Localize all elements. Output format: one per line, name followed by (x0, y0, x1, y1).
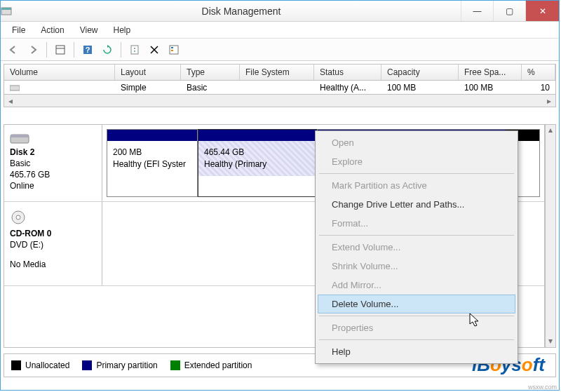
minimize-button[interactable]: — (461, 1, 493, 21)
ctx-format: Format... (318, 214, 515, 233)
svg-point-7 (134, 48, 135, 49)
scroll-down-icon[interactable]: ▾ (546, 336, 555, 347)
footer-credit: wsxw.com (528, 384, 557, 391)
menu-view[interactable]: View (73, 23, 105, 37)
col-freespace[interactable]: Free Spa... (459, 65, 522, 80)
menu-file[interactable]: File (5, 23, 32, 37)
ctx-explore: Explore (318, 152, 515, 171)
properties-icon[interactable] (165, 41, 182, 58)
legend-primary: Primary partition (82, 360, 157, 371)
help-button[interactable]: ? (79, 41, 96, 58)
show-hide-button[interactable] (52, 41, 69, 58)
col-layout[interactable]: Layout (115, 65, 181, 80)
cdrom-label[interactable]: CD-ROM 0 DVD (E:) No Media (4, 202, 102, 285)
ctx-add-mirror: Add Mirror... (318, 276, 515, 295)
svg-rect-2 (56, 46, 65, 54)
disk-icon (10, 132, 96, 144)
maximize-button[interactable]: ▢ (493, 1, 525, 21)
volume-list-header: Volume Layout Type File System Status Ca… (4, 64, 556, 81)
ctx-open: Open (318, 133, 515, 152)
col-status[interactable]: Status (314, 65, 381, 80)
svg-rect-1 (1, 8, 11, 10)
col-capacity[interactable]: Capacity (381, 65, 459, 80)
volume-list-row[interactable]: Simple Basic Healthy (A... 100 MB 100 MB… (4, 81, 556, 95)
svg-rect-14 (10, 86, 20, 90)
menu-bar: File Action View Help (1, 22, 559, 39)
context-menu: Open Explore Mark Partition as Active Ch… (315, 130, 518, 364)
svg-rect-13 (171, 50, 173, 51)
title-bar: Disk Management — ▢ ✕ (1, 1, 559, 22)
ctx-mark-active: Mark Partition as Active (318, 176, 515, 195)
menu-help[interactable]: Help (107, 23, 138, 37)
horizontal-scrollbar[interactable]: ◂ ▸ (4, 95, 556, 107)
svg-rect-11 (170, 46, 178, 54)
col-type[interactable]: Type (181, 65, 240, 80)
legend-unallocated: Unallocated (11, 360, 69, 371)
disk-2-label[interactable]: Disk 2 Basic 465.76 GB Online (4, 125, 102, 201)
forward-button[interactable] (25, 41, 41, 58)
svg-point-8 (134, 50, 135, 52)
ctx-properties: Properties (318, 318, 515, 337)
ctx-change-drive-letter[interactable]: Change Drive Letter and Paths... (318, 195, 515, 214)
ctx-delete-volume[interactable]: Delete Volume... (318, 295, 515, 313)
delete-icon[interactable] (146, 41, 163, 58)
col-percent[interactable]: % (522, 65, 555, 80)
col-volume[interactable]: Volume (4, 65, 115, 80)
refresh-button[interactable] (99, 41, 116, 58)
vertical-scrollbar[interactable]: ▴ ▾ (545, 124, 556, 348)
back-button[interactable] (5, 41, 22, 58)
svg-text:?: ? (86, 46, 90, 54)
svg-rect-16 (11, 135, 29, 137)
scroll-right-icon[interactable]: ▸ (543, 96, 555, 106)
svg-rect-6 (131, 46, 138, 54)
svg-rect-12 (171, 47, 173, 48)
scroll-up-icon[interactable]: ▴ (546, 125, 555, 136)
svg-point-18 (16, 215, 20, 219)
partition-efi[interactable]: 200 MB Healthy (EFI Syster (107, 129, 198, 197)
ctx-shrink-volume: Shrink Volume... (318, 257, 515, 276)
mouse-cursor-icon (469, 313, 482, 328)
scroll-left-icon[interactable]: ◂ (4, 96, 17, 106)
menu-action[interactable]: Action (34, 23, 71, 37)
settings-button[interactable] (126, 41, 143, 58)
cdrom-icon (10, 209, 96, 226)
window-title: Disk Management (22, 6, 461, 17)
partition-primary[interactable]: 465.44 GB Healthy (Primary (198, 129, 317, 197)
toolbar: ? (1, 39, 559, 61)
legend-extended: Extended partition (170, 360, 252, 371)
col-filesystem[interactable]: File System (240, 65, 314, 80)
app-icon (1, 6, 22, 17)
close-button[interactable]: ✕ (525, 1, 559, 21)
ctx-help[interactable]: Help (318, 342, 515, 361)
drive-icon (10, 84, 20, 91)
ctx-extend-volume: Extend Volume... (318, 238, 515, 257)
